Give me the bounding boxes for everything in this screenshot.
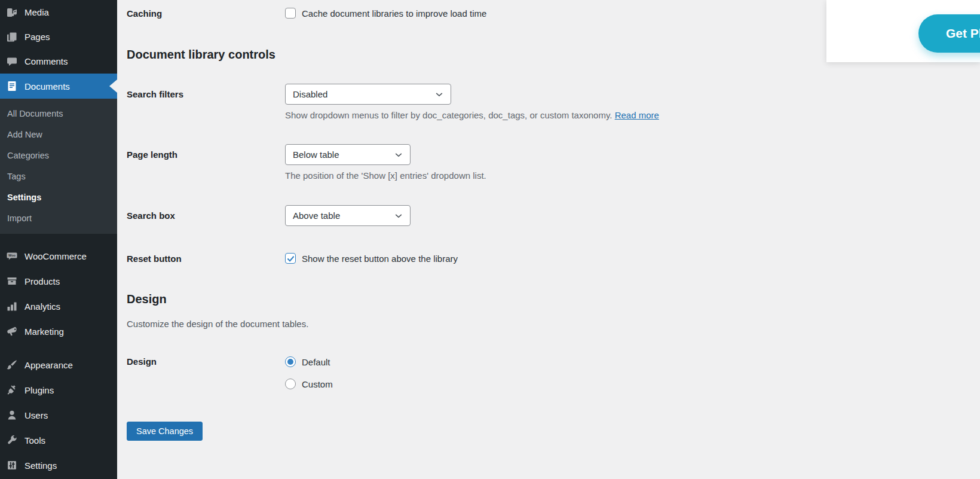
submenu-item-categories[interactable]: Categories (0, 145, 117, 166)
sidebar-item-pages[interactable]: Pages (0, 25, 117, 49)
page-length-description: The position of the 'Show [x] entries' d… (285, 170, 486, 181)
caching-checkbox[interactable] (285, 8, 296, 19)
design-section-description: Customize the design of the document tab… (127, 319, 308, 329)
design-default-label: Default (302, 357, 330, 367)
reset-button-checkbox-label[interactable]: Show the reset button above the library (302, 254, 458, 264)
search-filters-label: Search filters (127, 89, 285, 99)
settings-icon (6, 459, 18, 471)
submenu-item-all-documents[interactable]: All Documents (0, 103, 117, 124)
design-custom-radio (285, 379, 296, 389)
design-label: Design (127, 355, 285, 369)
sidebar-item-analytics[interactable]: Analytics (0, 294, 117, 319)
sidebar-item-plugins[interactable]: Plugins (0, 377, 117, 402)
sidebar-item-settings[interactable]: Settings (0, 453, 117, 478)
documents-icon (6, 80, 18, 92)
users-icon (6, 409, 18, 421)
sidebar-item-label: Analytics (24, 301, 60, 312)
submenu-item-settings[interactable]: Settings (0, 187, 117, 208)
sidebar-item-woocommerce[interactable]: Woo WooCommerce (0, 243, 117, 269)
search-box-row: Search box Above table (127, 205, 966, 226)
woocommerce-icon: Woo (6, 250, 18, 262)
comments-icon (6, 56, 18, 68)
products-icon (6, 275, 18, 287)
appearance-icon (6, 359, 18, 371)
search-box-select[interactable]: Above table (285, 205, 411, 226)
checkmark-icon (287, 255, 295, 262)
get-plugin-button[interactable]: Get Plu (918, 14, 980, 53)
sidebar-item-label: Tools (24, 435, 45, 446)
tools-icon (6, 434, 18, 446)
submenu-item-label: Import (7, 213, 32, 223)
sidebar-item-documents[interactable]: Documents (0, 74, 117, 99)
media-icon (6, 7, 18, 19)
chevron-down-icon (435, 90, 443, 99)
save-changes-button[interactable]: Save Changes (127, 422, 203, 441)
description-text: Show dropdown menus to filter by doc_cat… (285, 110, 612, 120)
design-default-radio (285, 356, 296, 367)
design-custom-label: Custom (302, 379, 333, 389)
reset-button-checkbox[interactable] (285, 253, 296, 264)
chevron-down-icon (394, 212, 403, 220)
sidebar-item-products[interactable]: Products (0, 269, 117, 294)
sidebar-item-tools[interactable]: Tools (0, 428, 117, 453)
submenu-item-label: Add New (7, 130, 42, 139)
sidebar-item-label: Documents (24, 81, 70, 91)
design-options: Default Custom (285, 355, 333, 399)
admin-sidebar: Media Pages Comments Documents All Docum… (0, 0, 117, 479)
sidebar-item-label: Users (24, 410, 48, 420)
sidebar-item-media[interactable]: Media (0, 0, 117, 25)
sidebar-item-label: Media (24, 7, 49, 17)
marketing-icon (6, 325, 18, 337)
design-option-custom[interactable]: Custom (285, 377, 333, 391)
sidebar-item-label: Marketing (24, 327, 64, 337)
pages-icon (6, 31, 18, 43)
caching-label: Caching (127, 8, 285, 19)
settings-form: Caching Cache document libraries to impr… (117, 0, 980, 479)
submenu-item-tags[interactable]: Tags (0, 166, 117, 187)
documents-submenu: All Documents Add New Categories Tags Se… (0, 99, 117, 234)
sidebar-item-label: WooCommerce (24, 251, 87, 261)
reset-button-row: Reset button Show the reset button above… (127, 251, 966, 266)
sidebar-item-comments[interactable]: Comments (0, 49, 117, 74)
analytics-icon (6, 300, 18, 312)
search-box-label: Search box (127, 210, 285, 221)
sidebar-item-label: Comments (24, 56, 68, 66)
submenu-item-label: Tags (7, 172, 26, 181)
svg-text:Woo: Woo (8, 254, 16, 257)
caching-checkbox-label[interactable]: Cache document libraries to improve load… (302, 8, 486, 19)
sidebar-item-label: Plugins (24, 385, 54, 395)
sidebar-item-appearance[interactable]: Appearance (0, 352, 117, 377)
sidebar-item-label: Products (24, 276, 60, 286)
active-menu-arrow (109, 80, 117, 93)
select-value: Below table (293, 150, 339, 160)
sidebar-item-label: Pages (24, 32, 50, 42)
radio-dot (287, 359, 293, 365)
menu-separator (0, 344, 117, 352)
page-length-select[interactable]: Below table (285, 144, 411, 165)
sidebar-item-label: Appearance (24, 360, 73, 370)
read-more-link[interactable]: Read more (615, 110, 659, 120)
menu-separator (0, 234, 117, 243)
sidebar-item-users[interactable]: Users (0, 402, 117, 428)
design-row: Design Default Custom (127, 355, 966, 399)
search-filters-select[interactable]: Disabled (285, 84, 451, 105)
plugins-icon (6, 384, 18, 396)
reset-button-label: Reset button (127, 254, 285, 264)
design-option-default[interactable]: Default (285, 355, 333, 369)
submenu-item-import[interactable]: Import (0, 208, 117, 228)
search-filters-row: Search filters Disabled (127, 84, 966, 105)
library-controls-heading: Document library controls (127, 48, 275, 62)
submenu-item-label: Settings (7, 193, 41, 202)
chevron-down-icon (394, 151, 403, 159)
design-heading: Design (127, 292, 167, 306)
submenu-item-label: Categories (7, 151, 49, 160)
submenu-item-label: All Documents (7, 109, 63, 118)
select-value: Above table (293, 210, 340, 221)
page-length-label: Page length (127, 150, 285, 160)
sidebar-item-label: Settings (24, 460, 57, 471)
submenu-item-add-new[interactable]: Add New (0, 124, 117, 145)
select-value: Disabled (293, 89, 327, 99)
search-filters-description: Show dropdown menus to filter by doc_cat… (285, 110, 659, 120)
page-length-row: Page length Below table (127, 144, 966, 165)
sidebar-item-marketing[interactable]: Marketing (0, 319, 117, 344)
